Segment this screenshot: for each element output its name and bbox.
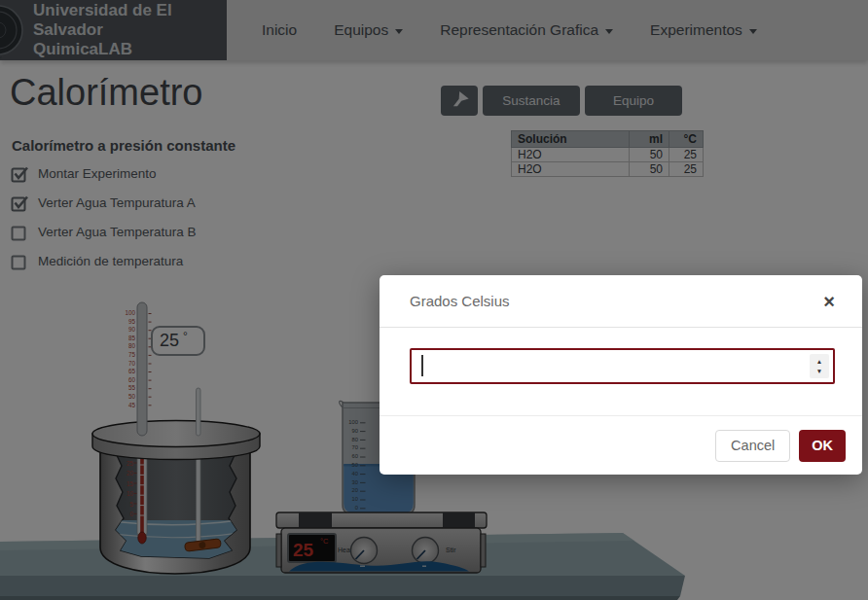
spinner-down-icon[interactable]: ▼ [816,368,822,374]
modal-title: Grados Celsius [410,293,510,309]
number-spinner[interactable]: ▲ ▼ [810,354,829,378]
modal-body: ▲ ▼ [380,328,862,384]
modal-header: Grados Celsius × [380,275,862,328]
celsius-input[interactable]: ▲ ▼ [410,348,835,384]
close-icon[interactable]: × [817,291,841,312]
cancel-button[interactable]: Cancel [715,430,790,462]
modal-footer: Cancel OK [380,415,862,475]
spinner-up-icon[interactable]: ▲ [816,358,822,365]
text-caret [421,355,423,376]
ok-button[interactable]: OK [799,430,846,462]
grados-celsius-modal: Grados Celsius × ▲ ▼ Cancel OK [380,275,862,475]
